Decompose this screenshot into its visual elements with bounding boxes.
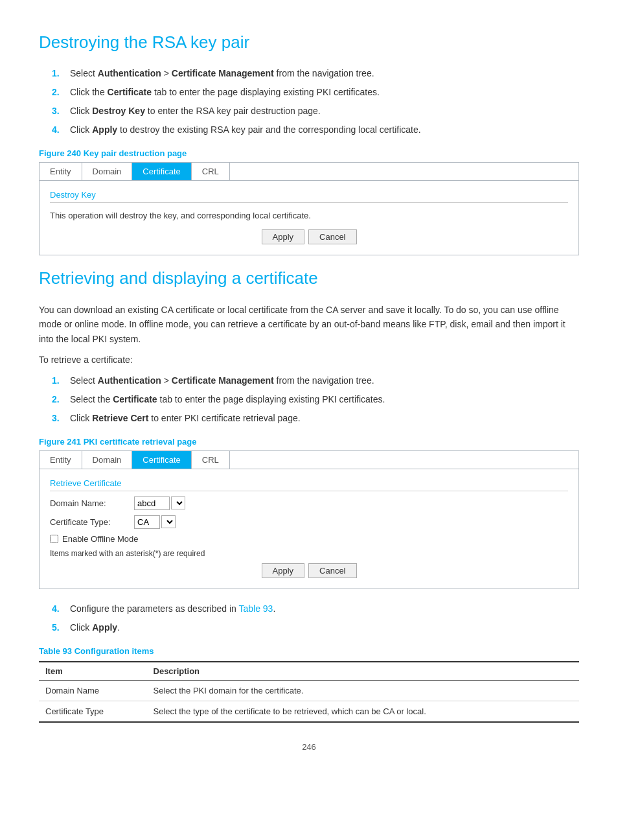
domain-name-input[interactable] <box>134 496 170 510</box>
tab-entity-1[interactable]: Entity <box>40 163 82 180</box>
tab-certificate-1[interactable]: Certificate <box>132 163 192 180</box>
enable-offline-label: Enable Offline Mode <box>62 534 139 544</box>
step-num: 2. <box>52 393 63 406</box>
section2-steps-cont: 4. Configure the parameters as described… <box>52 602 579 635</box>
cancel-button-1[interactable]: Cancel <box>308 229 356 244</box>
destroy-key-buttons: Apply Cancel <box>50 229 568 244</box>
table-header-description: Description <box>147 662 579 681</box>
step-num: 2. <box>52 86 63 99</box>
step-1-4: 4. Click Apply to destroy the existing R… <box>52 123 579 137</box>
tab-bar-1: Entity Domain Certificate CRL <box>40 163 578 181</box>
retrieve-cert-buttons: Apply Cancel <box>50 563 568 578</box>
table-row: Certificate Type Select the type of the … <box>39 701 579 722</box>
tab-entity-2[interactable]: Entity <box>40 451 82 469</box>
table-cell-item-1: Domain Name <box>39 680 147 701</box>
destroy-key-info: This operation will destroy the key, and… <box>50 208 568 223</box>
section1-title: Destroying the RSA key pair <box>39 32 579 52</box>
tab-bar-2: Entity Domain Certificate CRL <box>40 451 578 469</box>
table-row: Domain Name Select the PKI domain for th… <box>39 680 579 701</box>
step-2-5: 5. Click Apply. <box>52 621 579 635</box>
cert-type-select-group: ▾ <box>134 515 176 529</box>
step-2-4: 4. Configure the parameters as described… <box>52 602 579 616</box>
table-93: Item Description Domain Name Select the … <box>39 661 579 723</box>
section1-steps: 1. Select Authentication > Certificate M… <box>52 67 579 137</box>
section2-title: Retrieving and displaying a certificate <box>39 268 579 288</box>
required-note: Items marked with an asterisk(*) are req… <box>50 549 568 558</box>
step-1-3: 3. Click Destroy Key to enter the RSA ke… <box>52 104 579 118</box>
table-header-item: Item <box>39 662 147 681</box>
tab-domain-2[interactable]: Domain <box>82 451 133 469</box>
domain-name-row: Domain Name: ▾ <box>50 496 568 510</box>
domain-name-dropdown[interactable]: ▾ <box>171 496 185 509</box>
table-cell-item-2: Certificate Type <box>39 701 147 722</box>
cert-type-input[interactable] <box>134 515 160 529</box>
tab-crl-1[interactable]: CRL <box>192 163 230 180</box>
section2-steps: 1. Select Authentication > Certificate M… <box>52 374 579 425</box>
section2-para2: To retrieve a certificate: <box>39 353 579 367</box>
section2-para1: You can download an existing CA certific… <box>39 303 579 346</box>
figure-240-box: Entity Domain Certificate CRL Destroy Ke… <box>39 162 579 255</box>
tab-domain-1[interactable]: Domain <box>82 163 133 180</box>
step-num: 3. <box>52 104 63 118</box>
step-1-2: 2. Click the Certificate tab to enter th… <box>52 86 579 99</box>
step-num: 1. <box>52 374 63 388</box>
retrieve-cert-title: Retrieve Certificate <box>50 478 568 491</box>
apply-button-1[interactable]: Apply <box>262 229 305 244</box>
table-cell-desc-1: Select the PKI domain for the certificat… <box>147 680 579 701</box>
enable-offline-row: Enable Offline Mode <box>50 534 568 544</box>
domain-name-label: Domain Name: <box>50 498 134 508</box>
retrieve-cert-form: Retrieve Certificate Domain Name: ▾ Cert… <box>40 469 578 589</box>
figure-240-caption: Figure 240 Key pair destruction page <box>39 148 579 158</box>
step-num: 1. <box>52 67 63 80</box>
tab-spacer-1 <box>230 163 578 180</box>
figure-241-caption: Figure 241 PKI certificate retrieval pag… <box>39 437 579 447</box>
apply-button-2[interactable]: Apply <box>262 563 305 578</box>
cert-type-label: Certificate Type: <box>50 517 134 527</box>
step-2-1: 1. Select Authentication > Certificate M… <box>52 374 579 388</box>
tab-certificate-2[interactable]: Certificate <box>132 451 192 469</box>
figure-241-box: Entity Domain Certificate CRL Retrieve C… <box>39 450 579 589</box>
destroy-key-title: Destroy Key <box>50 190 568 203</box>
step-num-5: 5. <box>52 621 63 635</box>
cancel-button-2[interactable]: Cancel <box>308 563 356 578</box>
table-cell-desc-2: Select the type of the certificate to be… <box>147 701 579 722</box>
tab-spacer-2 <box>230 451 578 469</box>
step-2-3: 3. Click Retrieve Cert to enter PKI cert… <box>52 412 579 425</box>
cert-type-row: Certificate Type: ▾ <box>50 515 568 529</box>
step-num-4: 4. <box>52 602 63 616</box>
enable-offline-checkbox[interactable] <box>50 535 58 543</box>
step-2-2: 2. Select the Certificate tab to enter t… <box>52 393 579 406</box>
step-num: 4. <box>52 123 63 137</box>
step-num: 3. <box>52 412 63 425</box>
step-1-1: 1. Select Authentication > Certificate M… <box>52 67 579 80</box>
page-number: 246 <box>39 742 579 752</box>
tab-crl-2[interactable]: CRL <box>192 451 230 469</box>
table-93-caption: Table 93 Configuration items <box>39 646 579 656</box>
destroy-key-form: Destroy Key This operation will destroy … <box>40 181 578 255</box>
table93-link[interactable]: Table 93 <box>238 603 273 614</box>
cert-type-dropdown[interactable]: ▾ <box>161 515 176 528</box>
domain-name-select-group: ▾ <box>134 496 185 510</box>
